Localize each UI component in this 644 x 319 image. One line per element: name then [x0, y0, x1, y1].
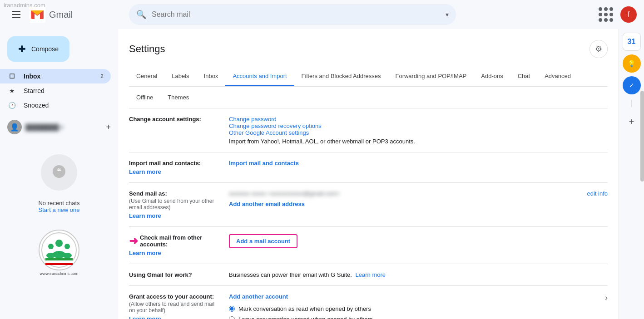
account-avatar-icon: 👤 — [10, 123, 19, 132]
topbar: Gmail 🔍 ▾ f — [0, 0, 644, 29]
check-mail-content: Add a mail account — [229, 234, 608, 248]
import-label: Import mail and contacts: Learn more — [129, 160, 229, 175]
radio-mark-read-input[interactable] — [229, 306, 235, 312]
tab-accounts-import[interactable]: Accounts and Import — [225, 67, 294, 86]
grant-access-chevron: › — [598, 293, 608, 303]
tab-inbox[interactable]: Inbox — [197, 67, 226, 86]
radio-leave-unread[interactable]: Leave conversation unread when opened by… — [229, 316, 598, 319]
svg-rect-12 — [45, 263, 73, 265]
starred-icon: ★ — [7, 86, 16, 95]
keep-icon[interactable]: ✓ — [623, 76, 641, 94]
sidebar-item-starred[interactable]: ★ Starred — [0, 83, 111, 98]
sidebar-bottom-logo: www.iranadmins.com — [0, 230, 118, 276]
import-mail-contacts-link[interactable]: Import mail and contacts — [229, 160, 299, 167]
search-dropdown-icon[interactable]: ▾ — [446, 11, 449, 18]
calendar-icon[interactable]: 31 — [623, 33, 641, 51]
main-content: Settings ⚙ General Labels Inbox Accounts… — [118, 29, 619, 319]
settings-title-row: Settings ⚙ — [129, 40, 608, 58]
add-right-panel-icon[interactable]: + — [623, 113, 641, 131]
scrollbar-thumb[interactable] — [640, 91, 644, 182]
settings-container: Settings ⚙ General Labels Inbox Accounts… — [118, 29, 619, 319]
change-password-link[interactable]: Change password — [229, 116, 277, 123]
gmail-text: Gmail — [49, 10, 73, 20]
grant-access-content: Add another account Mark conversation as… — [229, 293, 598, 319]
subtabs-row: Offline Themes — [129, 87, 608, 108]
send-mail-label: Send mail as: (Use Gmail to send from yo… — [129, 190, 229, 219]
account-avatar: 👤 — [7, 120, 22, 134]
inbox-count: 2 — [100, 73, 104, 79]
settings-title: Settings — [129, 43, 165, 55]
grant-access-learn-more-link[interactable]: Learn more — [129, 315, 222, 319]
gmail-work-content: Businesses can power their email with G … — [229, 271, 608, 278]
grant-access-label: Grant access to your account: (Allow oth… — [129, 293, 229, 319]
tab-chat[interactable]: Chat — [510, 67, 537, 86]
tab-filters[interactable]: Filters and Blocked Addresses — [294, 67, 388, 86]
topbar-left: Gmail — [7, 5, 125, 24]
sidebar-item-snoozed[interactable]: 🕐 Snoozed — [0, 98, 111, 113]
settings-row-check-mail: ➜ Check mail from other accounts: Learn … — [129, 227, 608, 264]
settings-gear-button[interactable]: ⚙ — [590, 40, 608, 58]
tab-general[interactable]: General — [129, 67, 164, 86]
iranadmins-logo-svg — [41, 232, 77, 268]
check-mail-learn-more-link[interactable]: Learn more — [129, 250, 222, 256]
inbox-label: Inbox — [24, 73, 100, 80]
search-input[interactable] — [152, 10, 440, 19]
svg-rect-11 — [45, 260, 73, 263]
account-row[interactable]: 👤 ████████ ▾ + — [0, 116, 118, 138]
gmail-work-learn-more-link[interactable]: Learn more — [356, 271, 386, 278]
pink-arrow-icon: ➜ — [129, 235, 138, 247]
tab-forwarding[interactable]: Forwarding and POP/IMAP — [388, 67, 474, 86]
gmail-logo-icon — [29, 6, 45, 23]
iranadmins-logo — [39, 230, 79, 270]
add-mail-account-button[interactable]: Add a mail account — [229, 234, 297, 248]
iranadmins-url: www.iranadmins.com — [0, 271, 118, 276]
change-recovery-link[interactable]: Change password recovery options — [229, 123, 322, 129]
edit-info-link[interactable]: edit info — [587, 190, 608, 197]
svg-point-6 — [64, 244, 70, 249]
chat-section: ❝ No recent chats Start a new one — [0, 138, 118, 221]
radio-mark-read[interactable]: Mark conversation as read when opened by… — [229, 305, 598, 312]
other-google-link[interactable]: Other Google Account settings — [229, 129, 309, 136]
import-description: Import from Yahoo!, Hotmail, AOL, or oth… — [229, 138, 608, 145]
no-chats-text: No recent chats Start a new one — [7, 200, 111, 213]
radio-leave-unread-input[interactable] — [229, 316, 235, 319]
subtab-offline[interactable]: Offline — [129, 90, 160, 104]
gmail-work-label: Using Gmail for work? — [129, 271, 229, 278]
settings-row-send-mail: Send mail as: (Use Gmail to send from yo… — [129, 183, 608, 227]
tab-labels[interactable]: Labels — [164, 67, 196, 86]
starred-label: Starred — [24, 87, 104, 94]
change-account-content: Change password Change password recovery… — [229, 116, 608, 145]
settings-tabs: General Labels Inbox Accounts and Import… — [129, 67, 608, 87]
svg-point-9 — [63, 253, 72, 258]
right-sidebar: 31 💡 ✓ + — [619, 29, 644, 319]
account-label: ████████ ▾ — [25, 124, 64, 131]
import-content: Import mail and contacts — [229, 160, 608, 167]
svg-text:❝: ❝ — [57, 167, 61, 176]
settings-row-change-account: Change account settings: Change password… — [129, 108, 608, 152]
send-mail-content: xxxxxxx xxxxx <xxxxxxxxxxx@gmail.com> ed… — [229, 190, 608, 207]
settings-row-import: Import mail and contacts: Learn more Imp… — [129, 152, 608, 183]
sidebar-item-inbox[interactable]: ☐ Inbox 2 — [0, 69, 111, 83]
subtab-themes[interactable]: Themes — [160, 90, 196, 104]
tab-advanced[interactable]: Advanced — [537, 67, 578, 86]
scrollbar-track[interactable] — [640, 91, 644, 182]
avatar[interactable]: f — [620, 6, 637, 23]
import-learn-more-link[interactable]: Learn more — [129, 168, 222, 175]
radio-group: Mark conversation as read when opened by… — [229, 305, 598, 319]
tasks-icon[interactable]: 💡 — [623, 54, 641, 73]
chevron-right-icon: › — [605, 293, 608, 303]
send-mail-sublabel: (Use Gmail to send from your other email… — [129, 198, 222, 211]
search-bar[interactable]: 🔍 ▾ — [129, 4, 456, 25]
hamburger-menu[interactable] — [7, 5, 25, 24]
add-another-account-link[interactable]: Add another account — [229, 293, 288, 300]
apps-grid-icon[interactable] — [597, 5, 615, 24]
svg-rect-10 — [45, 258, 73, 260]
divider — [631, 100, 632, 107]
radio-leave-unread-label: Leave conversation unread when opened by… — [238, 316, 373, 319]
add-email-link[interactable]: Add another email address — [229, 201, 305, 207]
tab-addons[interactable]: Add-ons — [474, 67, 510, 86]
add-account-icon[interactable]: + — [106, 123, 111, 132]
compose-button[interactable]: ✚ Compose — [7, 36, 69, 62]
start-new-chat-link[interactable]: Start a new one — [38, 206, 79, 213]
send-mail-learn-more-link[interactable]: Learn more — [129, 212, 222, 219]
